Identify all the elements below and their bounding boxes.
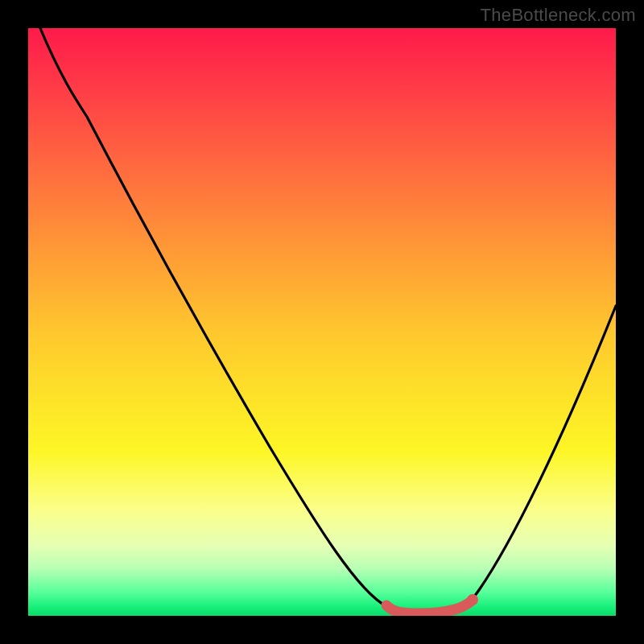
chart-frame: TheBottleneck.com — [0, 0, 644, 644]
bottleneck-curve — [40, 28, 616, 612]
chart-svg — [28, 28, 616, 616]
chart-plot-area — [28, 28, 616, 616]
optimal-band — [386, 601, 471, 613]
watermark-text: TheBottleneck.com — [481, 5, 636, 26]
optimal-band-end-dot — [467, 594, 478, 605]
